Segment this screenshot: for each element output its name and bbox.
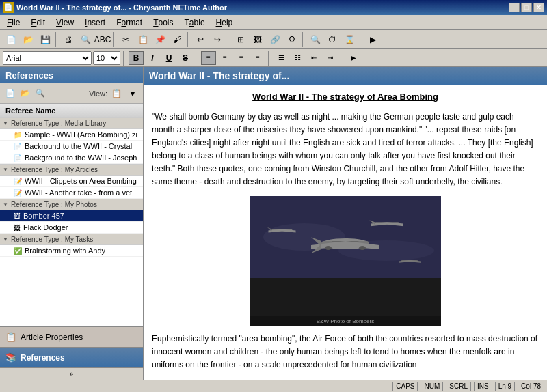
item-icon-1: 📁 [14, 131, 22, 139]
list-item[interactable]: 📝 WWII - Clippets on Area Bombing [0, 176, 143, 187]
item-text-3: Background to the WWII - Joseph [25, 154, 137, 162]
window-controls[interactable]: _ □ ✕ [509, 3, 544, 12]
title-bar: 📄 World War II - The strategy of... - Ch… [0, 0, 547, 15]
panel-new-btn[interactable]: 📄 [3, 86, 18, 101]
panel-title: References [0, 67, 143, 83]
menu-view[interactable]: View [51, 15, 79, 29]
menu-tools[interactable]: Tools [148, 15, 178, 29]
status-bar: CAPS NUM SCRL INS Ln 9 Col 78 [0, 380, 547, 392]
minimize-button[interactable]: _ [509, 3, 520, 12]
print-button[interactable]: 🖨 [60, 32, 77, 47]
list-item[interactable]: ✅ Brainstorming with Andy [0, 245, 143, 257]
item-icon-7: 🖼 [14, 224, 21, 232]
indent-increase[interactable]: ⇥ [323, 51, 338, 65]
insert-special[interactable]: Ω [284, 32, 300, 47]
ins-indicator: INS [474, 382, 492, 391]
more-format[interactable]: ▶ [346, 51, 361, 65]
italic-button[interactable]: I [145, 51, 160, 65]
cut-button[interactable]: ✂ [118, 32, 134, 47]
open-button[interactable]: 📂 [20, 32, 36, 47]
document-body[interactable]: World War II - The strategy of Area Bomb… [144, 85, 547, 380]
format-painter[interactable]: 🖌 [169, 32, 185, 47]
document-title: World War II - The strategy of Area Bomb… [152, 90, 539, 104]
expand-icon-1: ▼ [3, 120, 8, 126]
zoom-in[interactable]: 🔍 [307, 32, 323, 47]
expand-bottom-btn[interactable]: » [0, 367, 143, 380]
separator-2 [113, 32, 116, 47]
column-header: Referee Name [0, 104, 143, 117]
menu-table[interactable]: Table [179, 15, 211, 29]
panel-title-text: References [5, 70, 53, 81]
insert-table[interactable]: ⊞ [232, 32, 249, 47]
svg-point-13 [359, 246, 366, 250]
menu-edit[interactable]: Edit [25, 15, 51, 29]
view-toggle-btn[interactable]: 📋 [109, 86, 124, 101]
num-indicator: NUM [421, 382, 443, 391]
view-scroll-btn[interactable]: ▼ [125, 86, 140, 101]
indent-decrease[interactable]: ⇤ [306, 51, 321, 65]
undo-button[interactable]: ↩ [192, 32, 209, 47]
new-button[interactable]: 📄 [3, 32, 19, 47]
caps-indicator: CAPS [392, 382, 418, 391]
main-toolbar: 📄 📂 💾 🖨 🔍 ABC ✂ 📋 📌 🖌 ↩ ↪ ⊞ 🖼 🔗 Ω 🔍 ⏱ ⌛ … [0, 30, 547, 49]
item-text-5: WWII - Another take - from a vet [25, 188, 132, 197]
group-my-tasks[interactable]: ▼ Reference Type : My Tasks [0, 234, 143, 245]
list-item[interactable]: 📄 Background to the WWII - Joseph [0, 152, 143, 164]
close-button[interactable]: ✕ [533, 3, 544, 12]
menu-format[interactable]: Format [111, 15, 148, 29]
list-item[interactable]: 📄 Backround to the WWII - Crystal [0, 141, 143, 152]
insert-image[interactable]: 🖼 [250, 32, 266, 47]
maximize-button[interactable]: □ [521, 3, 532, 12]
spellcheck-button[interactable]: ABC [94, 32, 111, 47]
view-label: View: [89, 89, 107, 98]
group-my-photos[interactable]: ▼ Reference Type : My Photos [0, 199, 143, 210]
strikethrough-button[interactable]: S [178, 51, 193, 65]
panel-search-btn[interactable]: 🔍 [33, 86, 48, 101]
font-name-select[interactable]: Arial [3, 51, 92, 65]
insert-link[interactable]: 🔗 [267, 32, 283, 47]
item-text-7: Flack Dodger [23, 223, 68, 232]
redo-button[interactable]: ↪ [209, 32, 226, 47]
article-properties-section[interactable]: 📋 Article Properties [0, 326, 143, 347]
menu-help[interactable]: Help [211, 15, 239, 29]
group-my-articles[interactable]: ▼ Reference Type : My Articles [0, 164, 143, 176]
list-item[interactable]: 📝 WWII - Another take - from a vet [0, 187, 143, 199]
left-panel: References 📄 📂 🔍 View: 📋 ▼ Referee Name … [0, 67, 144, 380]
item-text-8: Brainstorming with Andy [25, 247, 105, 255]
panel-toolbar: 📄 📂 🔍 View: 📋 ▼ [0, 83, 143, 104]
list-ordered[interactable]: ☷ [290, 51, 305, 65]
font-size-select[interactable]: 10 [93, 51, 120, 65]
align-left-button[interactable]: ≡ [201, 51, 216, 65]
list-item[interactable]: 🖼 Bomber 457 [0, 210, 143, 222]
list-item[interactable]: 📁 Sample - WWII (Area Bombing).zi [0, 129, 143, 141]
save-button[interactable]: 💾 [37, 32, 53, 47]
bold-button[interactable]: B [129, 51, 144, 65]
reference-tree: ▼ Reference Type : Media Library 📁 Sampl… [0, 117, 143, 326]
panel-open-btn[interactable]: 📂 [18, 86, 33, 101]
print-preview-button[interactable]: 🔍 [77, 32, 94, 47]
menu-insert[interactable]: Insert [79, 15, 111, 29]
item-icon-6: 🖼 [14, 212, 21, 220]
zoom-out[interactable]: ⏱ [324, 32, 341, 47]
paragraph-1: "We shall bomb Germany by day as well as… [152, 111, 539, 189]
menu-file[interactable]: File [1, 15, 25, 29]
references-section[interactable]: 📚 References [0, 347, 143, 367]
item-icon-8: ✅ [14, 247, 22, 255]
align-center-button[interactable]: ≡ [217, 51, 232, 65]
underline-button[interactable]: U [161, 51, 176, 65]
fmt-sep-3 [268, 51, 271, 66]
item-icon-3: 📄 [14, 154, 22, 162]
align-justify-button[interactable]: ≡ [250, 51, 265, 65]
list-unordered[interactable]: ☰ [274, 51, 289, 65]
paste-button[interactable]: 📌 [152, 32, 168, 47]
align-right-button[interactable]: ≡ [234, 51, 249, 65]
svg-point-12 [325, 246, 332, 250]
copy-button[interactable]: 📋 [135, 32, 151, 47]
more-options[interactable]: ▶ [364, 32, 381, 47]
svg-text:B&W Photo of Bombers: B&W Photo of Bombers [317, 318, 374, 324]
group-media-library[interactable]: ▼ Reference Type : Media Library [0, 117, 143, 129]
content-title: World War II - The strategy of... [149, 70, 289, 81]
item-icon-2: 📄 [14, 143, 22, 150]
zoom-select[interactable]: ⌛ [341, 32, 358, 47]
list-item[interactable]: 🖼 Flack Dodger [0, 222, 143, 234]
